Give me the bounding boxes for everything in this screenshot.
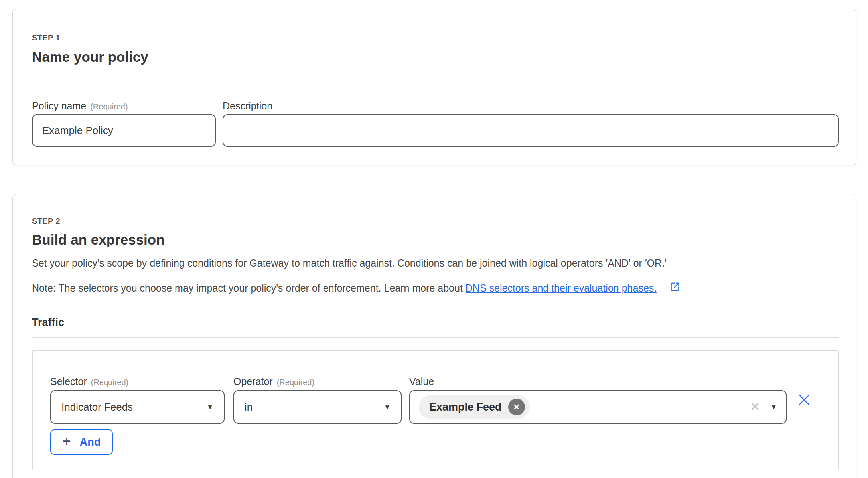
operator-required-hint: (Required) xyxy=(277,378,314,387)
value-label-row: Value xyxy=(409,376,434,387)
step2-label: STEP 2 xyxy=(32,217,60,226)
step2-note-text: Note: The selectors you choose may impac… xyxy=(32,281,681,295)
selector-dropdown[interactable]: Indicator Feeds ▼ xyxy=(50,390,225,424)
description-label-row: Description xyxy=(223,100,272,112)
policy-name-label-row: Policy name (Required) xyxy=(32,100,128,112)
step2-title: Build an expression xyxy=(32,232,165,248)
plus-icon: + xyxy=(63,434,71,448)
add-and-condition-button[interactable]: + And xyxy=(50,429,113,455)
external-link-icon[interactable] xyxy=(669,283,681,294)
operator-dropdown-value: in xyxy=(245,401,253,413)
selector-label-row: Selector (Required) xyxy=(50,376,128,387)
selector-dropdown-value: Indicator Feeds xyxy=(61,401,133,413)
description-label: Description xyxy=(223,100,272,111)
condition-row-container: Selector (Required) Indicator Feeds ▼ Op… xyxy=(32,350,839,470)
value-label: Value xyxy=(409,376,434,387)
clear-selection-icon[interactable]: ✕ xyxy=(750,401,760,413)
step2-card: STEP 2 Build an expression Set your poli… xyxy=(12,194,856,478)
operator-label-row: Operator (Required) xyxy=(233,376,314,387)
step1-card: STEP 1 Name your policy Policy name (Req… xyxy=(12,9,856,165)
step2-intro-text: Set your policy's scope by defining cond… xyxy=(32,257,667,269)
chip-remove-icon[interactable]: ✕ xyxy=(508,399,525,415)
operator-dropdown[interactable]: in ▼ xyxy=(233,390,402,424)
policy-name-field-wrap xyxy=(32,114,216,147)
step1-label: STEP 1 xyxy=(32,33,60,42)
chevron-down-icon: ▼ xyxy=(207,404,213,411)
value-chip: Example Feed ✕ xyxy=(419,395,530,419)
chevron-down-icon: ▼ xyxy=(384,404,391,411)
traffic-divider xyxy=(32,337,839,338)
policy-name-label: Policy name xyxy=(32,100,86,112)
description-input[interactable] xyxy=(223,114,839,147)
policy-builder-page: STEP 1 Name your policy Policy name (Req… xyxy=(0,0,868,478)
operator-label: Operator xyxy=(233,376,273,387)
note-prefix: Note: The selectors you choose may impac… xyxy=(32,282,466,294)
step1-title: Name your policy xyxy=(32,49,148,65)
value-chip-text: Example Feed xyxy=(429,401,502,413)
selector-label: Selector xyxy=(50,376,87,387)
multiselect-controls: ✕ ▼ xyxy=(750,401,777,413)
value-multiselect[interactable]: Example Feed ✕ ✕ ▼ xyxy=(409,390,787,424)
policy-name-required-hint: (Required) xyxy=(90,102,128,111)
delete-condition-icon[interactable] xyxy=(797,393,811,407)
dns-selectors-link[interactable]: DNS selectors and their evaluation phase… xyxy=(466,282,657,294)
chevron-down-icon: ▼ xyxy=(770,404,777,411)
selector-required-hint: (Required) xyxy=(91,378,128,387)
traffic-section-title: Traffic xyxy=(32,316,64,329)
description-field-wrap xyxy=(223,114,839,147)
and-button-label: And xyxy=(80,436,101,448)
policy-name-input[interactable] xyxy=(32,114,216,147)
